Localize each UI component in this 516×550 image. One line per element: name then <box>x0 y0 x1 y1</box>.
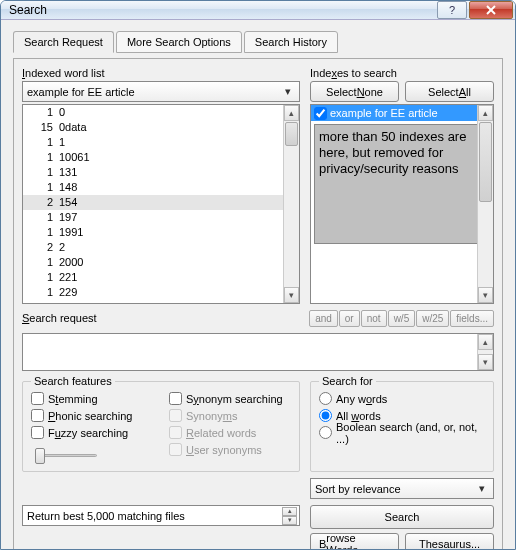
scroll-down-icon[interactable]: ▾ <box>478 287 493 303</box>
related-check: Related words <box>169 424 283 441</box>
wordlist-dropdown[interactable]: example for EE article ▾ <box>22 81 300 102</box>
wordlist-dropdown-value: example for EE article <box>27 86 135 98</box>
op-or[interactable]: or <box>339 310 360 327</box>
stemming-check[interactable]: Stemming <box>31 390 159 407</box>
thesaurus-button[interactable]: Thesaurus... <box>405 533 494 550</box>
indexes-listbox[interactable]: example for EE article more than 50 inde… <box>310 104 494 304</box>
op-fields[interactable]: fields... <box>450 310 494 327</box>
chevron-down-icon: ▾ <box>475 482 489 495</box>
op-not[interactable]: not <box>361 310 387 327</box>
wordlist-row[interactable]: 110061 <box>23 150 299 165</box>
scroll-up-icon[interactable]: ▴ <box>284 105 299 121</box>
sort-dropdown[interactable]: Sort by relevance ▾ <box>310 478 494 499</box>
svg-text:?: ? <box>449 5 455 15</box>
tab-history[interactable]: Search History <box>244 31 338 53</box>
index-note: more than 50 indexes are here, but remov… <box>314 124 490 244</box>
scroll-up-icon[interactable]: ▴ <box>478 105 493 121</box>
op-and[interactable]: and <box>309 310 338 327</box>
return-best-text: Return best 5,000 matching files <box>27 510 185 522</box>
help-button[interactable]: ? <box>437 1 467 19</box>
wordlist-row[interactable]: 1197 <box>23 210 299 225</box>
request-scrollbar[interactable]: ▴ ▾ <box>477 334 493 370</box>
search-button[interactable]: Search <box>310 505 494 529</box>
wordlist-row[interactable]: 1148 <box>23 180 299 195</box>
return-best-spinner[interactable]: Return best 5,000 matching files ▴ ▾ <box>22 505 300 526</box>
op-w25[interactable]: w/25 <box>416 310 449 327</box>
chevron-down-icon: ▾ <box>281 85 295 98</box>
scroll-thumb[interactable] <box>285 122 298 146</box>
radio-bool[interactable]: Boolean search (and, or, not, ...) <box>319 424 485 441</box>
operator-buttons: and or not w/5 w/25 fields... <box>309 310 494 327</box>
wordlist-listbox[interactable]: 10150data1111006111311148215411971199122… <box>22 104 300 304</box>
scroll-thumb[interactable] <box>479 122 492 202</box>
window-title: Search <box>9 3 437 17</box>
wordlist-row[interactable]: 12000 <box>23 255 299 270</box>
searchfor-legend: Search for <box>319 375 376 387</box>
scroll-down-icon[interactable]: ▾ <box>284 287 299 303</box>
spin-up-icon[interactable]: ▴ <box>282 507 297 516</box>
tab-strip: Search Request More Search Options Searc… <box>13 31 503 53</box>
radio-any[interactable]: Any words <box>319 390 485 407</box>
search-request-input[interactable]: ▴ ▾ <box>22 333 494 371</box>
fuzzy-check[interactable]: Fuzzy searching <box>31 424 159 441</box>
wordlist-label: Indexed word list <box>22 67 300 79</box>
features-group: Search features Stemming Phonic searchin… <box>22 381 300 472</box>
browse-words-button[interactable]: Browse Words... <box>310 533 399 550</box>
index-checkbox[interactable] <box>314 107 327 120</box>
wordlist-scrollbar[interactable]: ▴ ▾ <box>283 105 299 303</box>
wordlist-row[interactable]: 22 <box>23 240 299 255</box>
indexes-label: Indexes to search <box>310 67 494 79</box>
fuzzy-slider[interactable] <box>31 445 101 465</box>
searchfor-group: Search for Any words All words Boolean s… <box>310 381 494 472</box>
scroll-down-icon[interactable]: ▾ <box>478 354 493 370</box>
request-label: Search request <box>22 312 97 324</box>
tab-panel: Indexed word list example for EE article… <box>13 58 503 550</box>
wordlist-row[interactable]: 2154 <box>23 195 299 210</box>
slider-thumb[interactable] <box>35 448 45 464</box>
select-none-button[interactable]: Select None <box>310 81 399 102</box>
wordlist-row[interactable]: 10 <box>23 105 299 120</box>
spin-down-icon[interactable]: ▾ <box>282 516 297 525</box>
wordlist-row[interactable]: 11 <box>23 135 299 150</box>
tab-search-request[interactable]: Search Request <box>13 31 114 53</box>
titlebar[interactable]: Search ? <box>1 1 515 20</box>
op-w5[interactable]: w/5 <box>388 310 416 327</box>
synonym-check[interactable]: Synonym searching <box>169 390 283 407</box>
wordlist-row[interactable]: 11991 <box>23 225 299 240</box>
phonic-check[interactable]: Phonic searching <box>31 407 159 424</box>
index-item[interactable]: example for EE article <box>311 105 493 121</box>
wordlist-row[interactable]: 150data <box>23 120 299 135</box>
index-item-label: example for EE article <box>330 107 438 119</box>
indexes-scrollbar[interactable]: ▴ ▾ <box>477 105 493 303</box>
wordlist-row[interactable]: 1131 <box>23 165 299 180</box>
wordlist-row[interactable]: 1221 <box>23 270 299 285</box>
synonyms-check: Synonyms <box>169 407 283 424</box>
search-dialog: Search ? Search Request More Search Opti… <box>0 0 516 550</box>
select-all-button[interactable]: Select All <box>405 81 494 102</box>
close-button[interactable] <box>469 1 513 19</box>
tab-more-options[interactable]: More Search Options <box>116 31 242 53</box>
wordlist-row[interactable]: 1229 <box>23 285 299 300</box>
features-legend: Search features <box>31 375 115 387</box>
usersyn-check: User synonyms <box>169 441 283 458</box>
scroll-up-icon[interactable]: ▴ <box>478 334 493 350</box>
sort-value: Sort by relevance <box>315 483 401 495</box>
